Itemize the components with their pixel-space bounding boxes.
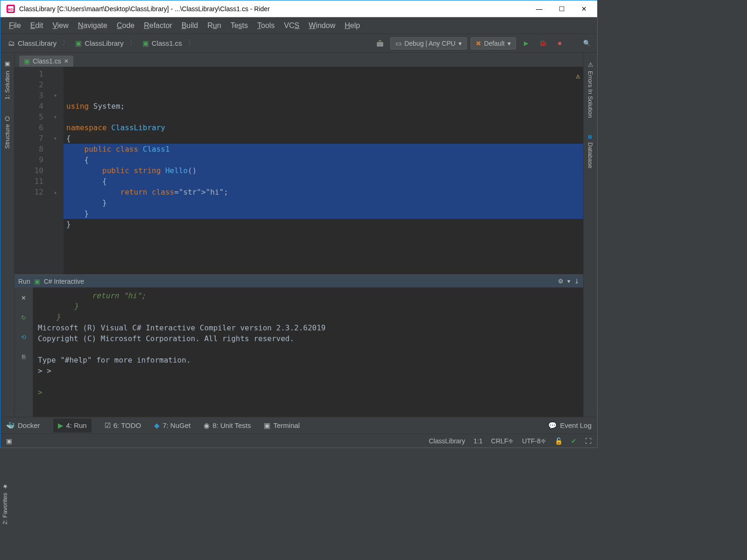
menu-vcs[interactable]: VCS	[279, 19, 304, 33]
run-label: Run	[18, 278, 30, 285]
fold-marker[interactable]: ▾	[47, 90, 63, 101]
runconfig-label: Default	[484, 40, 505, 47]
menu-help[interactable]: Help	[340, 19, 365, 33]
toolbar: 🗂 ClassLibrary 〉 ▣ ClassLibrary 〉 ▣ Clas…	[0, 34, 597, 53]
menu-tools[interactable]: Tools	[253, 19, 279, 33]
gutter: 123456789101112 ▾ ▾ ▾ ▴	[14, 67, 63, 274]
editor-tab-class1[interactable]: ▣ Class1.cs ✕	[19, 56, 73, 67]
maximize-button[interactable]: ☐	[556, 3, 567, 14]
docker-tool-button[interactable]: 🐳Docker	[6, 421, 40, 430]
export-button[interactable]: ⎘	[18, 351, 29, 362]
status-context[interactable]: ClassLibrary	[429, 437, 465, 445]
settings-icon[interactable]: ⚙	[558, 278, 564, 285]
run-tool-window: Run ▣ C# Interactive ⚙ ▾ ⤓ ✕ ↻ ⟲ ⎘	[14, 274, 583, 417]
breadcrumb-sep: 〉	[62, 38, 70, 48]
run-configuration-selector[interactable]: ✖ Default ▾	[471, 37, 516, 49]
terminal-icon: ▣	[264, 421, 270, 430]
debug-button[interactable]: 🐞	[536, 37, 550, 50]
breadcrumb-sep: 〉	[129, 38, 137, 48]
stop-button[interactable]: ■	[553, 37, 566, 50]
breadcrumb-sep: 〉	[188, 38, 195, 48]
lock-icon[interactable]: 🔓	[555, 437, 563, 445]
code-area[interactable]: ⚠ using System;namespace ClassLibrary{ p…	[63, 67, 583, 274]
solution-icon: 🗂	[8, 39, 15, 47]
breadcrumb-label: ClassLibrary	[85, 39, 123, 47]
status-position[interactable]: 1:1	[473, 437, 482, 445]
titlebar: RD ClassLibrary [C:\Users\maart\Desktop\…	[0, 0, 597, 17]
hide-icon[interactable]: ⤓	[574, 278, 579, 285]
menubar: File Edit View Navigate Code Refactor Bu…	[0, 17, 597, 34]
app-icon: RD	[6, 4, 15, 14]
chevron-down-icon: ▾	[458, 40, 462, 47]
menu-code[interactable]: Code	[112, 19, 139, 33]
unit-tests-tool-button[interactable]: ◉8: Unit Tests	[204, 421, 251, 430]
nuget-icon: ◆	[154, 421, 160, 430]
terminal-tool-button[interactable]: ▣Terminal	[264, 421, 300, 430]
breadcrumb-label: ClassLibrary	[18, 39, 56, 47]
menu-edit[interactable]: Edit	[26, 19, 48, 33]
svg-text:RD: RD	[8, 7, 14, 12]
console-output[interactable]: return "hi"; } }Microsoft (R) Visual C# …	[33, 287, 583, 417]
event-log-button[interactable]: 💬Event Log	[548, 421, 592, 430]
todo-icon: ☑	[105, 421, 111, 430]
tool-windows-icon[interactable]: ▣	[6, 437, 12, 445]
reset-button[interactable]: ⟲	[18, 331, 29, 343]
run-config-label: C# Interactive	[44, 278, 84, 285]
close-tab-icon[interactable]: ✕	[64, 58, 69, 64]
menu-tests[interactable]: Tests	[226, 19, 253, 33]
processes-icon[interactable]: ⛶	[585, 437, 592, 445]
menu-file[interactable]: File	[4, 19, 26, 33]
menu-window[interactable]: Window	[304, 19, 340, 33]
line-numbers: 123456789101112	[14, 67, 47, 274]
build-button[interactable]	[374, 37, 387, 50]
fold-marker[interactable]: ▾	[47, 133, 63, 144]
breadcrumbs: 🗂 ClassLibrary 〉 ▣ ClassLibrary 〉 ▣ Clas…	[4, 37, 374, 49]
status-encoding[interactable]: UTF-8≑	[522, 437, 546, 445]
config-label: Debug | Any CPU	[404, 40, 455, 47]
breadcrumb-label: Class1.cs	[152, 39, 182, 47]
menu-build[interactable]: Build	[177, 19, 203, 33]
warning-indicator-icon[interactable]: ⚠	[576, 70, 580, 81]
config-icon: ▭	[395, 40, 402, 47]
window-title: ClassLibrary [C:\Users\maart\Desktop\Cla…	[19, 5, 534, 13]
menu-run[interactable]: Run	[203, 19, 226, 33]
csharp-file-icon: ▣	[24, 57, 30, 65]
fold-marker[interactable]: ▾	[47, 112, 63, 122]
menu-view[interactable]: View	[48, 19, 73, 33]
menu-navigate[interactable]: Navigate	[73, 19, 112, 33]
csharp-file-icon: ▣	[142, 39, 149, 48]
fold-column: ▾ ▾ ▾ ▴	[47, 67, 63, 274]
run-window-header[interactable]: Run ▣ C# Interactive ⚙ ▾ ⤓	[14, 275, 583, 287]
database-tool-button[interactable]: ≣Database	[585, 130, 595, 173]
csharp-project-icon: ▣	[75, 39, 82, 48]
breadcrumb-file[interactable]: ▣ Class1.cs	[139, 37, 186, 49]
close-session-button[interactable]: ✕	[18, 292, 29, 303]
fold-marker[interactable]: ▴	[47, 187, 63, 197]
chevron-down-icon[interactable]: ▾	[567, 278, 571, 285]
todo-tool-button[interactable]: ☑6: TODO	[105, 421, 141, 430]
search-everywhere-button[interactable]: 🔍	[580, 37, 593, 50]
chevron-down-icon: ▾	[507, 40, 511, 47]
close-button[interactable]: ✕	[578, 3, 590, 14]
run-toolbar: ✕ ↻ ⟲ ⎘	[14, 287, 33, 417]
errors-tool-button[interactable]: ⚠Errors In Solution	[585, 56, 595, 122]
structure-tool-button[interactable]: Structure⌬	[2, 112, 12, 154]
editor-column: ▣ Class1.cs ✕ 123456789101112 ▾ ▾ ▾ ▴	[14, 53, 583, 417]
run-tool-button[interactable]: ▶4: Run	[53, 419, 92, 433]
rerun-button[interactable]: ↻	[18, 312, 29, 323]
editor[interactable]: 123456789101112 ▾ ▾ ▾ ▴ ⚠ using System;n…	[14, 67, 583, 274]
status-line-separator[interactable]: CRLF≑	[491, 437, 514, 445]
run-icon: ▶	[58, 421, 63, 430]
bottom-tool-bar: 🐳Docker ▶4: Run ☑6: TODO ◆7: NuGet ◉8: U…	[0, 417, 597, 434]
breadcrumb-solution[interactable]: 🗂 ClassLibrary	[4, 37, 60, 49]
nuget-tool-button[interactable]: ◆7: NuGet	[154, 421, 190, 430]
run-button[interactable]: ▶	[520, 37, 533, 50]
inspections-ok-icon[interactable]: ✔	[571, 437, 577, 445]
breadcrumb-project[interactable]: ▣ ClassLibrary	[71, 37, 127, 49]
svg-rect-3	[377, 42, 383, 46]
minimize-button[interactable]: —	[534, 3, 545, 14]
solution-tool-button[interactable]: 1: Solution▣	[2, 56, 12, 104]
menu-refactor[interactable]: Refactor	[139, 19, 176, 33]
editor-tabs: ▣ Class1.cs ✕	[14, 53, 583, 67]
build-configuration-selector[interactable]: ▭ Debug | Any CPU ▾	[390, 37, 466, 49]
